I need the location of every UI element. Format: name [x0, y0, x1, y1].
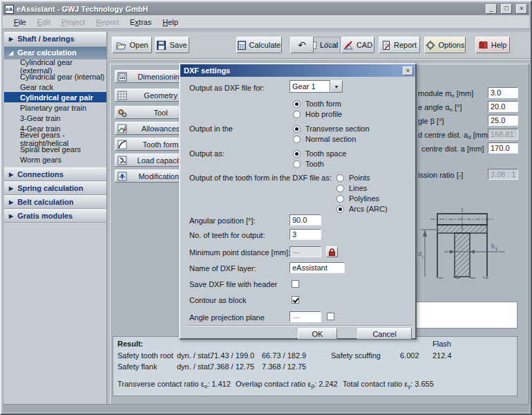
tooth-space-radio[interactable]	[293, 150, 301, 158]
sidebar-item-cylindrical-gear-pair[interactable]: Cylindrical gear pair	[4, 92, 106, 102]
close-button[interactable]: ×	[516, 4, 527, 14]
modifications-icon	[117, 172, 127, 181]
contour-block-label: Contour as block	[189, 296, 247, 304]
polylines-radio-label[interactable]: Polylines	[349, 194, 379, 203]
lines-radio[interactable]	[336, 185, 344, 192]
hob-profile-radio-label[interactable]: Hob profile	[305, 110, 342, 118]
lock-icon	[328, 248, 336, 256]
normal-section-radio[interactable]	[293, 136, 301, 143]
lock-button[interactable]	[326, 246, 338, 257]
gear-select[interactable]: Gear 1 ▼	[289, 80, 343, 93]
minimize-button[interactable]: _	[486, 4, 497, 14]
sidebar-item-worm-gears[interactable]: Worm gears	[4, 154, 106, 165]
dxf-layer-input[interactable]	[289, 262, 345, 273]
tooth-radio-label[interactable]: Tooth	[305, 160, 324, 168]
diameter-label: d	[418, 250, 421, 257]
result-row2-mode: dyn. / stat.	[177, 362, 212, 371]
tooth-space-radio-label[interactable]: Tooth space	[305, 149, 346, 158]
menu-extras[interactable]: Extras	[124, 17, 157, 28]
result-title: Result:	[117, 340, 143, 348]
sidebar-item-bevel-gears[interactable]: Bevel gears - straight/helical	[4, 133, 106, 144]
arcs-radio-label[interactable]: Arcs (ARC)	[349, 205, 388, 213]
param-label-centre-dist: centre dist. a [mm]	[421, 145, 484, 153]
svg-text:i: i	[422, 255, 424, 259]
lines-radio-label[interactable]: Lines	[349, 184, 367, 192]
param-label-std-centre-dist: d centre dist. ad [mm]	[418, 131, 490, 140]
param-input-centre-dist[interactable]	[488, 142, 518, 154]
sidebar-item-gear-rack[interactable]: Gear rack	[4, 82, 106, 92]
close-icon: ×	[406, 67, 410, 74]
teeth-output-input[interactable]	[289, 229, 321, 240]
help-button[interactable]: Help	[475, 37, 510, 53]
angle-projection-input[interactable]	[289, 311, 321, 322]
menu-bar: File Edit Project Report Extras Help	[3, 15, 529, 29]
gear-select-button[interactable]: ▼	[330, 80, 343, 93]
menu-file[interactable]: File	[8, 17, 32, 28]
app-icon: eA	[5, 5, 14, 14]
param-label-module: module mn [mm]	[418, 89, 473, 99]
polylines-radio[interactable]	[336, 195, 344, 203]
sidebar-section-shaft-bearings[interactable]: ▶ Shaft / bearings	[4, 32, 106, 46]
tooth-form-radio[interactable]	[293, 100, 301, 108]
calculator-icon	[238, 41, 246, 50]
report-button[interactable]: Report	[379, 37, 420, 53]
arcs-radio[interactable]	[336, 205, 344, 213]
sidebar-section-gratis-modules[interactable]: ▶ Gratis modules	[4, 209, 106, 223]
dimensioning-icon	[117, 72, 127, 82]
result-row1-name: Safety tooth root	[117, 351, 173, 360]
collapsed-triangle-icon: ▶	[9, 199, 13, 205]
calculate-button[interactable]: Calculate	[236, 37, 282, 53]
result-scuffing-label: Safety scuffing	[331, 351, 381, 360]
result-row1-v1: 71.43 / 199.0	[210, 351, 254, 360]
collapsed-triangle-icon: ▶	[9, 36, 13, 42]
gear-select-value[interactable]: Gear 1	[289, 80, 330, 93]
menu-project: Project	[56, 17, 91, 28]
sidebar-item-planetary-gear-train[interactable]: Planetary gear train	[4, 102, 106, 113]
cancel-button[interactable]: Cancel	[357, 328, 412, 340]
open-button[interactable]: Open	[112, 37, 152, 53]
undo-button[interactable]: ↶	[290, 37, 314, 53]
param-input-pressure-angle[interactable]	[488, 101, 518, 112]
transverse-section-radio[interactable]	[293, 125, 301, 133]
title-bar: eA eAssistant - GWJ Technology GmbH _ □ …	[3, 3, 529, 15]
sidebar-section-connections[interactable]: ▶ Connections	[4, 167, 106, 181]
result-scuffing-value: 6.002	[400, 351, 419, 360]
param-input-module[interactable]	[488, 87, 518, 98]
param-input-transmission-ratio	[488, 169, 518, 180]
dialog-close-button[interactable]: ×	[403, 66, 413, 75]
ok-button[interactable]: OK	[298, 328, 337, 340]
tooth-form-radio-label[interactable]: Tooth form	[305, 100, 341, 108]
transverse-section-radio-label[interactable]: Transverse section	[305, 124, 370, 133]
save-header-checkbox[interactable]	[292, 280, 299, 288]
param-input-helix-angle[interactable]	[488, 115, 518, 126]
points-radio[interactable]	[336, 174, 344, 182]
app-window: eA eAssistant - GWJ Technology GmbH _ □ …	[0, 0, 532, 415]
sidebar-section-spring-calculation[interactable]: ▶ Spring calculation	[4, 181, 106, 195]
hob-profile-radio[interactable]	[293, 111, 301, 118]
save-header-label: Save DXF file with header	[189, 280, 277, 288]
result-row1-v2: 66.73 / 182.9	[262, 351, 306, 360]
options-button[interactable]: Options	[424, 37, 466, 53]
sidebar-item-3-gear-train[interactable]: 3-Gear train	[4, 113, 106, 123]
undo-icon: ↶	[298, 39, 306, 50]
sidebar-section-belt-calculation[interactable]: ▶ Belt calculation	[4, 195, 106, 209]
tooth-radio[interactable]	[293, 160, 301, 168]
points-radio-label[interactable]: Points	[349, 174, 370, 182]
angular-position-input[interactable]	[289, 214, 321, 225]
dialog-separator	[186, 325, 412, 326]
dialog-title-bar[interactable]: DXF settings ×	[180, 64, 415, 77]
maximize-button[interactable]: □	[501, 4, 512, 14]
maximize-icon: □	[504, 5, 508, 12]
result-panel: Result: Flash Safety tooth root dyn. / s…	[113, 336, 517, 396]
open-folder-icon	[116, 41, 126, 50]
sidebar-item-cylindrical-gear-internal[interactable]: Cylindrical gear (internal)	[4, 71, 106, 82]
normal-section-radio-label[interactable]: Normal section	[305, 135, 356, 143]
sidebar-item-cylindrical-gear-external[interactable]: Cylindrical gear (external)	[4, 61, 106, 71]
angle-projection-checkbox[interactable]	[327, 313, 334, 320]
save-button[interactable]: Save	[155, 37, 189, 53]
minimize-icon: _	[489, 5, 493, 12]
cad-button[interactable]: CAD	[341, 37, 374, 53]
width-label: b	[491, 243, 495, 250]
contour-block-checkbox[interactable]	[292, 296, 299, 304]
menu-help[interactable]: Help	[157, 17, 184, 28]
